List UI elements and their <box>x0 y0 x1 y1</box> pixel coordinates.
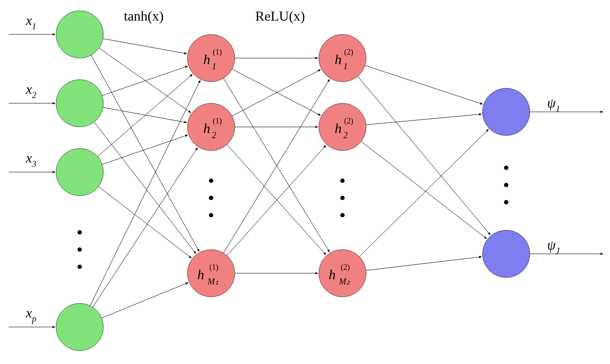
input-node <box>56 11 103 58</box>
edge <box>103 39 187 54</box>
ellipsis-dot <box>504 200 508 204</box>
hidden-label: h <box>335 120 342 136</box>
hidden-label: h <box>335 52 342 67</box>
edge <box>102 135 188 165</box>
activation-label-1: tanh(x) <box>124 8 164 24</box>
edge <box>366 257 482 271</box>
hidden-sup: (1) <box>213 117 222 126</box>
output-label: ψ1 <box>547 95 560 114</box>
hidden-sub: 2 <box>212 130 216 140</box>
hidden-sub: 1 <box>343 62 348 71</box>
edge <box>99 48 191 113</box>
edge <box>102 283 188 318</box>
edge <box>232 69 321 116</box>
hidden-sub: M₁ <box>207 277 218 286</box>
activation-label-2: ReLU(x) <box>255 8 305 24</box>
input-node <box>56 148 103 196</box>
hidden2-node <box>319 34 366 82</box>
hidden-label: h <box>329 267 336 282</box>
edge <box>98 74 193 157</box>
edge <box>366 114 482 125</box>
edge <box>365 65 483 104</box>
hidden-sup: (2) <box>344 117 353 126</box>
ellipsis-dot <box>504 166 508 170</box>
input-label: x2 <box>25 81 36 100</box>
hidden-label: h <box>203 120 210 136</box>
hidden-label: h <box>203 52 210 67</box>
input-label: x3 <box>25 150 36 169</box>
edge <box>359 129 489 256</box>
ellipsis-dot <box>504 183 508 187</box>
edge <box>224 78 330 252</box>
ellipsis-dot <box>340 179 345 183</box>
output-node <box>482 230 530 278</box>
output-node <box>482 88 530 136</box>
input-label: xp <box>25 305 36 324</box>
edge <box>99 187 192 259</box>
output-label: ψJ <box>547 237 560 256</box>
edge <box>93 148 198 307</box>
hidden-sub: M₂ <box>339 277 350 286</box>
edge <box>94 122 196 254</box>
edge <box>224 79 330 253</box>
hidden2-node <box>319 103 366 151</box>
edge <box>232 69 321 116</box>
ellipsis-dot <box>78 265 82 269</box>
ellipsis-dot <box>340 196 345 200</box>
edge <box>361 142 487 239</box>
hidden2-node <box>319 250 366 297</box>
ellipsis-dot <box>78 247 82 252</box>
hidden1-node <box>187 34 235 82</box>
hidden-sub: 1 <box>212 62 216 71</box>
ellipsis-dot <box>209 179 213 183</box>
ellipsis-dot <box>340 213 345 217</box>
hidden1-node <box>187 250 235 297</box>
input-node <box>56 80 103 127</box>
hidden1-node <box>187 103 235 151</box>
hidden-label: h <box>197 267 204 282</box>
input-node <box>56 303 103 351</box>
ellipsis-dot <box>209 213 213 217</box>
ellipsis-dot <box>209 196 213 200</box>
edge <box>227 145 326 256</box>
edge <box>102 66 188 96</box>
input-label: x1 <box>25 12 36 31</box>
nn-diagram: x1x2x3xph(1)1h(1)2h(1)M₁h(2)1h(2)2h(2)M₂… <box>0 0 610 364</box>
hidden-sub: 2 <box>343 130 348 140</box>
hidden-sup: (2) <box>341 263 350 272</box>
hidden-sup: (1) <box>209 263 218 272</box>
edge <box>227 145 326 255</box>
hidden-sup: (2) <box>344 48 353 57</box>
hidden-sup: (1) <box>213 48 222 57</box>
edge <box>103 108 187 123</box>
ellipsis-dot <box>78 230 82 234</box>
